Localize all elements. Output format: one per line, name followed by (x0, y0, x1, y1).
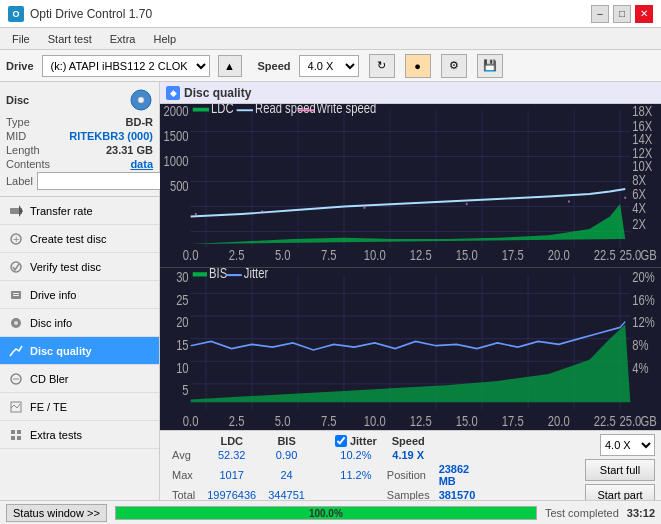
sidebar-label-create-test-disc: Create test disc (30, 233, 106, 245)
svg-rect-18 (17, 436, 21, 440)
svg-text:10.0: 10.0 (364, 248, 386, 263)
speed-value: 4.19 X (381, 448, 436, 462)
charts-area: 2000 1500 1000 500 18X 16X 14X 12X 10X 8… (160, 104, 661, 430)
app-icon: O (8, 6, 24, 22)
position-value: 23862 MB (436, 462, 482, 488)
settings-button[interactable]: ⚙ (441, 54, 467, 78)
svg-text:0.0: 0.0 (183, 412, 199, 429)
close-button[interactable]: ✕ (635, 5, 653, 23)
svg-rect-15 (11, 430, 15, 434)
save-button[interactable]: 💾 (477, 54, 503, 78)
svg-marker-3 (19, 205, 23, 217)
avg-ldc: 52.32 (201, 448, 262, 462)
svg-point-6 (11, 262, 21, 272)
disc-quality-icon (8, 343, 24, 359)
contents-label: Contents (6, 158, 50, 170)
max-label: Max (166, 462, 201, 488)
disc-info-panel: Disc Type BD-R MID RITEKBR3 (000) Length… (0, 82, 159, 197)
refresh-button[interactable]: ↻ (369, 54, 395, 78)
sidebar-item-extra-tests[interactable]: Extra tests (0, 421, 159, 449)
sidebar-label-cd-bler: CD Bler (30, 373, 69, 385)
type-value: BD-R (126, 116, 154, 128)
sidebar-item-cd-bler[interactable]: CD Bler (0, 365, 159, 393)
action-buttons: 4.0 X Start full Start part (585, 434, 655, 500)
start-part-button[interactable]: Start part (585, 484, 655, 500)
sidebar-item-disc-quality[interactable]: Disc quality (0, 337, 159, 365)
menu-file[interactable]: File (4, 31, 38, 47)
sidebar-label-drive-info: Drive info (30, 289, 76, 301)
sidebar-item-drive-info[interactable]: Drive info (0, 281, 159, 309)
svg-text:15.0: 15.0 (456, 248, 478, 263)
fe-te-icon (8, 399, 24, 415)
app-title: Opti Drive Control 1.70 (30, 7, 152, 21)
quality-header: ◆ Disc quality (160, 82, 661, 104)
status-text: Test completed (545, 507, 619, 519)
svg-text:17.5: 17.5 (502, 412, 524, 429)
svg-text:Jitter: Jitter (244, 268, 269, 281)
max-ldc: 1017 (201, 462, 262, 488)
menu-extra[interactable]: Extra (102, 31, 144, 47)
svg-text:18X: 18X (632, 104, 653, 119)
sidebar-item-create-test-disc[interactable]: + Create test disc (0, 225, 159, 253)
samples-label: Samples (381, 488, 436, 500)
contents-value[interactable]: data (130, 158, 153, 170)
maximize-button[interactable]: □ (613, 5, 631, 23)
drivebar: Drive (k:) ATAPI iHBS112 2 CLOK ▲ Speed … (0, 50, 661, 82)
status-window-button[interactable]: Status window >> (6, 504, 107, 522)
svg-text:25: 25 (176, 290, 189, 307)
svg-text:BIS: BIS (209, 268, 227, 281)
drive-info-icon (8, 287, 24, 303)
svg-text:1000: 1000 (164, 154, 189, 169)
svg-text:10.0: 10.0 (364, 412, 386, 429)
avg-label: Avg (166, 448, 201, 462)
svg-point-1 (138, 97, 144, 103)
svg-text:16%: 16% (632, 290, 654, 307)
label-label: Label (6, 175, 33, 187)
svg-text:22.5: 22.5 (594, 248, 616, 263)
quality-panel-icon: ◆ (166, 86, 180, 100)
svg-point-66 (624, 197, 626, 200)
cd-bler-icon (8, 371, 24, 387)
create-test-disc-icon: + (8, 231, 24, 247)
position-label: Position (381, 462, 436, 488)
total-bis: 344751 (262, 488, 311, 500)
svg-point-65 (568, 200, 570, 203)
jitter-checkbox[interactable] (335, 435, 347, 447)
menu-start-test[interactable]: Start test (40, 31, 100, 47)
titlebar: O Opti Drive Control 1.70 – □ ✕ (0, 0, 661, 28)
sidebar-item-fe-te[interactable]: FE / TE (0, 393, 159, 421)
main-layout: Disc Type BD-R MID RITEKBR3 (000) Length… (0, 82, 661, 500)
svg-text:2X: 2X (632, 217, 646, 232)
svg-text:12.5: 12.5 (410, 412, 432, 429)
svg-rect-8 (13, 293, 19, 294)
sidebar-item-transfer-rate[interactable]: Transfer rate (0, 197, 159, 225)
svg-text:GB: GB (641, 412, 657, 429)
speed-select[interactable]: 4.0 X (299, 55, 359, 77)
sidebar-label-disc-info: Disc info (30, 317, 72, 329)
svg-text:Write speed: Write speed (316, 104, 376, 116)
stats-bar: LDC BIS Jitter Speed Avg 52.32 0. (160, 430, 661, 500)
start-full-button[interactable]: Start full (585, 459, 655, 481)
svg-text:2.5: 2.5 (229, 412, 245, 429)
eject-button[interactable]: ▲ (218, 55, 242, 77)
extra-tests-icon (8, 427, 24, 443)
drive-select[interactable]: (k:) ATAPI iHBS112 2 CLOK (42, 55, 210, 77)
total-ldc: 19976436 (201, 488, 262, 500)
svg-text:2000: 2000 (164, 104, 189, 119)
quality-speed-select[interactable]: 4.0 X (600, 434, 655, 456)
menu-help[interactable]: Help (145, 31, 184, 47)
svg-rect-73 (160, 268, 661, 431)
burn-icon-button[interactable]: ● (405, 54, 431, 78)
minimize-button[interactable]: – (591, 5, 609, 23)
sidebar-item-disc-info[interactable]: Disc info (0, 309, 159, 337)
svg-text:5.0: 5.0 (275, 412, 291, 429)
sidebar-label-extra-tests: Extra tests (30, 429, 82, 441)
drive-label: Drive (6, 60, 34, 72)
avg-jitter: 10.2% (331, 448, 381, 462)
svg-text:5: 5 (182, 381, 188, 398)
jitter-header: Jitter (350, 435, 377, 447)
menubar: File Start test Extra Help (0, 28, 661, 50)
svg-text:15.0: 15.0 (456, 412, 478, 429)
svg-text:12%: 12% (632, 313, 654, 330)
sidebar-item-verify-test-disc[interactable]: Verify test disc (0, 253, 159, 281)
